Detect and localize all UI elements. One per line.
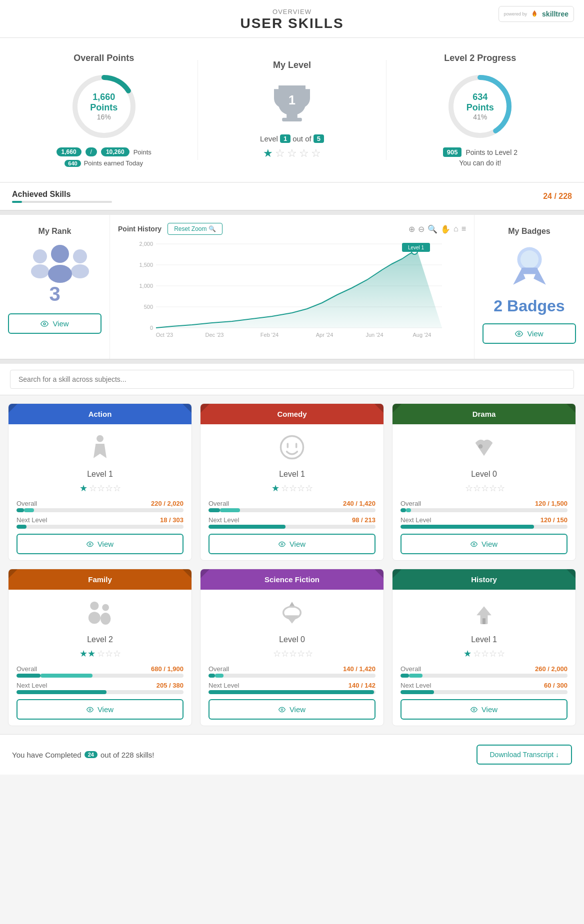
earned-badge: 1,660 xyxy=(56,147,82,156)
rank-view-button[interactable]: View xyxy=(8,313,102,334)
svg-rect-3 xyxy=(282,118,302,121)
badges-view-button[interactable]: View xyxy=(482,323,576,344)
level2-points-text: Points to Level 2 xyxy=(466,148,518,156)
overall-fill-dark-0 xyxy=(16,508,24,512)
level-out-of: Level 1 out of 5 xyxy=(198,134,386,143)
skills-grid: Action Level 1 ★☆☆☆☆ Overall 220 / 2,020… xyxy=(0,395,584,734)
eye-icon-skill-4 xyxy=(278,706,286,713)
overall-points-title: Overall Points xyxy=(10,53,198,63)
today-suffix: Points earned Today xyxy=(84,159,143,167)
skill-name-5: History xyxy=(471,575,497,584)
next-label-0: Next Level xyxy=(16,516,47,524)
overall-fill-light-5 xyxy=(409,674,422,678)
current-level-badge: 1 xyxy=(280,134,290,143)
svg-rect-37 xyxy=(521,267,538,274)
people-icon xyxy=(30,244,80,279)
section-divider-1 xyxy=(0,211,584,215)
skill-view-button-1[interactable]: View xyxy=(208,534,376,554)
total-levels-badge: 5 xyxy=(314,134,324,143)
chart-tool-search[interactable]: 🔍 xyxy=(428,224,438,234)
overall-progress-1 xyxy=(208,508,376,512)
achieved-skills-left: Achieved Skills xyxy=(12,190,112,203)
svg-rect-55 xyxy=(482,618,486,624)
svg-point-8 xyxy=(31,264,49,278)
overall-fill-light-1 xyxy=(220,508,240,512)
overall-value-2: 120 / 1,500 xyxy=(535,500,568,507)
eye-icon-rank xyxy=(40,320,48,328)
svg-point-9 xyxy=(73,249,87,263)
skill-view-button-5[interactable]: View xyxy=(400,699,568,720)
next-fill-4 xyxy=(208,690,374,694)
svg-point-34 xyxy=(520,250,538,268)
svg-text:Apr '24: Apr '24 xyxy=(316,332,334,338)
skill-level-1: Level 1 xyxy=(208,470,376,479)
next-value-1: 98 / 213 xyxy=(352,516,376,524)
skill-name-3: Family xyxy=(88,575,112,584)
search-input[interactable] xyxy=(10,370,574,389)
skill-overall-stat-4: Overall 140 / 1,420 xyxy=(208,665,376,673)
overall-progress-5 xyxy=(400,674,568,678)
overall-value-3: 680 / 1,900 xyxy=(151,665,184,673)
eye-icon-skill-0 xyxy=(86,541,94,548)
overall-fill-dark-3 xyxy=(16,674,40,678)
chart-tool-plus[interactable]: ⊕ xyxy=(408,224,415,234)
skill-icon-1 xyxy=(208,434,376,466)
next-label-1: Next Level xyxy=(208,516,239,524)
skill-level-5: Level 1 xyxy=(400,635,568,644)
overall-value-5: 260 / 2,000 xyxy=(535,665,568,673)
level-prefix: Level xyxy=(260,134,278,143)
skill-view-button-2[interactable]: View xyxy=(400,534,568,554)
svg-point-10 xyxy=(71,264,89,278)
skill-overall-stat-5: Overall 260 / 2,000 xyxy=(400,665,568,673)
overall-progress-0 xyxy=(16,508,184,512)
skill-card-science-fiction: Science Fiction Level 0 ☆☆☆☆☆ Overall 14… xyxy=(200,569,384,726)
achieved-skills-section: Achieved Skills 24 / 228 xyxy=(0,183,584,211)
star-5: ☆ xyxy=(311,147,321,160)
trophy-container: 1 xyxy=(267,78,317,128)
star-3: ☆ xyxy=(287,147,297,160)
overall-label-4: Overall xyxy=(208,665,229,673)
skill-banner-1: Comedy xyxy=(200,404,384,424)
chart-tool-pan[interactable]: ✋ xyxy=(440,224,450,234)
skill-view-button-0[interactable]: View xyxy=(16,534,184,554)
page-title: USER SKILLS xyxy=(10,15,574,31)
skill-next-stat-5: Next Level 60 / 300 xyxy=(400,682,568,689)
search-section xyxy=(0,364,584,395)
ribbon-svg xyxy=(507,244,552,289)
today-badge: 640 xyxy=(64,160,80,167)
svg-text:0: 0 xyxy=(150,325,153,331)
overall-value-4: 140 / 1,420 xyxy=(343,665,376,673)
download-transcript-button[interactable]: Download Transcript ↓ xyxy=(476,745,572,765)
overall-value-1: 240 / 1,420 xyxy=(343,500,376,507)
overall-label-5: Overall xyxy=(400,665,421,673)
svg-point-45 xyxy=(478,444,483,449)
skill-overall-stat-2: Overall 120 / 1,500 xyxy=(400,500,568,507)
skill-body-2: Level 0 ☆☆☆☆☆ Overall 120 / 1,500 Next L… xyxy=(392,424,576,560)
chart-tool-menu[interactable]: ≡ xyxy=(462,224,466,234)
skill-view-button-4[interactable]: View xyxy=(208,699,376,720)
svg-text:Level 1: Level 1 xyxy=(408,245,424,250)
skill-view-label-3: View xyxy=(98,705,114,714)
level2-progress-section: Level 2 Progress 634 Points 41% 905 Poin… xyxy=(386,53,574,167)
skill-view-button-3[interactable]: View xyxy=(16,699,184,720)
trophy-icon: 1 xyxy=(270,81,314,126)
eye-icon-skill-2 xyxy=(470,541,478,548)
overall-label-2: Overall xyxy=(400,500,421,507)
footer-text: You have Completed 24 out of 228 skills! xyxy=(12,751,154,759)
svg-text:1: 1 xyxy=(288,93,296,107)
overall-fill-light-3 xyxy=(40,674,92,678)
eye-icon-skill-3 xyxy=(86,706,94,713)
svg-point-38 xyxy=(518,333,520,335)
next-progress-4 xyxy=(208,690,376,694)
reset-zoom-button[interactable]: Reset Zoom 🔍 xyxy=(168,223,222,235)
svg-point-46 xyxy=(473,543,475,545)
chart-header: Point History Reset Zoom 🔍 ⊕ ⊖ 🔍 ✋ ⌂ ≡ xyxy=(118,223,466,235)
overview-label: Overview xyxy=(10,8,574,15)
chart-tool-home[interactable]: ⌂ xyxy=(454,224,458,234)
chart-tool-minus[interactable]: ⊖ xyxy=(418,224,424,234)
skill-view-label-0: View xyxy=(98,540,114,548)
page-header: Overview USER SKILLS powered by skilltre… xyxy=(0,0,584,38)
next-label-4: Next Level xyxy=(208,682,239,689)
svg-point-44 xyxy=(281,543,283,545)
level2-encouragement: You can do it! xyxy=(386,159,574,167)
